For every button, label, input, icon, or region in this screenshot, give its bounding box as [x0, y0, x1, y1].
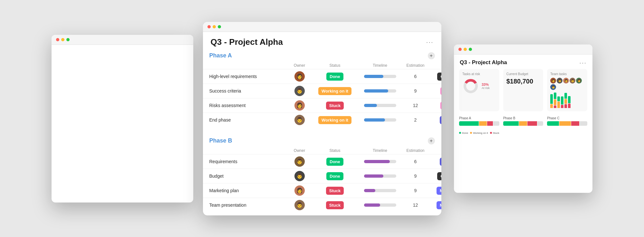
- tasks-at-risk-title: Tasks at risk: [462, 72, 496, 76]
- phase-a-header: Phase A +: [203, 47, 441, 62]
- timeline-fill: [364, 118, 385, 122]
- task-name: High-level requirements: [209, 74, 287, 79]
- main-window-title: Q3 - Project Alpha: [211, 37, 283, 47]
- status-badge: Working on it: [318, 116, 351, 124]
- table-row: Risks assessment 👩 Stuck 12 Low: [203, 98, 441, 113]
- phase-b-bar: Phase B: [503, 116, 543, 126]
- col-estimation: Estimation: [403, 63, 428, 68]
- estimation-val: 6: [403, 159, 428, 164]
- dot-yellow: [213, 25, 216, 28]
- phase-b-table-header: Owner Status Timeline Estimation Priorit…: [203, 147, 441, 154]
- task-name: Budget: [209, 173, 287, 179]
- left-window: Q3 - Project Alpha ··· Phase A High-: [52, 35, 193, 202]
- status-badge: Working on it: [318, 87, 351, 95]
- right-window: Q3 - Project Alpha ··· Tasks at risk 33%…: [454, 44, 592, 193]
- col-timeline-b: Timeline: [358, 148, 403, 153]
- phase-b-add-button[interactable]: +: [428, 137, 435, 144]
- timeline-fill: [364, 189, 375, 192]
- mini-avatar: 👨: [570, 78, 575, 84]
- estimation-val: 9: [403, 88, 428, 94]
- timeline-track: [364, 189, 396, 192]
- avatar: 👨: [294, 86, 305, 96]
- team-tasks-card: Team tasks 👩 👨 👩 👨 👩 👨: [547, 69, 587, 111]
- dot-red: [56, 38, 59, 41]
- status-badge: Done: [326, 73, 343, 81]
- phase-a-title: Phase A: [209, 52, 232, 59]
- phase-b-title: Phase B: [209, 137, 232, 144]
- status-badge: Stuck: [326, 187, 344, 195]
- dot-yellow: [61, 38, 64, 41]
- table-row: Success criteria 👨 Working on it 9 Low: [203, 84, 441, 98]
- dashboard-grid: Tasks at risk 33% At risk Current Budget…: [454, 66, 592, 114]
- priority-badge: Medium: [437, 201, 441, 209]
- timeline-track: [364, 118, 396, 122]
- avatar: 👨: [294, 171, 305, 181]
- avatar: 👩: [294, 100, 305, 111]
- phase-c-bar-label: Phase C: [547, 116, 587, 120]
- table-row: Budget 👨 Done 9 Critical: [203, 169, 441, 183]
- phase-a-add-button[interactable]: +: [428, 52, 435, 59]
- priority-badge: Low: [440, 102, 441, 110]
- budget-title: Current Budget: [506, 72, 540, 76]
- team-tasks-chart: [550, 92, 584, 108]
- priority-badge: Critical: [437, 73, 441, 81]
- dot-green: [469, 48, 472, 51]
- timeline-fill: [364, 104, 377, 107]
- avatars-row: 👩 👨 👩 👨 👩 👨: [550, 78, 584, 90]
- donut-chart: [462, 78, 479, 94]
- phase-a-bar-label: Phase A: [459, 116, 499, 120]
- task-name: Success criteria: [209, 88, 287, 94]
- legend-stuck: Stuck: [493, 132, 499, 134]
- col-estimation-b: Estimation: [403, 148, 428, 153]
- status-badge: Done: [326, 158, 343, 166]
- col-owner: Owner: [287, 63, 312, 68]
- mini-avatar: 👩: [563, 78, 569, 84]
- main-titlebar: [203, 22, 441, 32]
- team-tasks-title: Team tasks: [550, 72, 584, 76]
- avatar: 👩: [294, 185, 305, 196]
- col-timeline: Timeline: [358, 63, 403, 68]
- mini-avatar: 👨: [557, 78, 562, 84]
- timeline-track: [364, 75, 396, 78]
- priority-badge: Low: [440, 87, 441, 95]
- task-name: End phase: [209, 117, 287, 123]
- phase-a-bar: Phase A: [459, 116, 499, 126]
- estimation-val: 12: [403, 202, 428, 208]
- legend-done: Done: [462, 132, 468, 134]
- right-window-title: Q3 - Project Alpha: [460, 59, 507, 66]
- col-status-b: Status: [312, 148, 358, 153]
- table-row: Team presentation 👨 Stuck 12 Medium: [203, 198, 441, 212]
- avatar: 👨: [294, 115, 305, 125]
- col-priority-b: Priority: [428, 148, 441, 153]
- table-row: End phase 👨 Working on it 2 High: [203, 113, 441, 127]
- tasks-at-risk-card: Tasks at risk 33% At risk: [459, 69, 499, 111]
- right-titlebar: [454, 44, 592, 54]
- at-risk-pct: 33%: [482, 83, 490, 86]
- mini-avatar: 👩: [550, 78, 556, 84]
- avatar: 👨: [294, 156, 305, 167]
- task-name: Marketing plan: [209, 188, 287, 193]
- timeline-fill: [364, 75, 383, 78]
- task-name: Team presentation: [209, 202, 287, 208]
- right-more-button[interactable]: ···: [579, 59, 587, 66]
- task-name: Risks assessment: [209, 103, 287, 108]
- estimation-val: 2: [403, 117, 428, 123]
- phase-a-table-header: Owner Status Timeline Estimation Priorit…: [203, 62, 441, 69]
- timeline-track: [364, 174, 396, 178]
- main-more-button[interactable]: ···: [426, 38, 434, 46]
- priority-badge: High: [440, 158, 441, 166]
- task-name: Requirements: [209, 159, 287, 164]
- col-owner-b: Owner: [287, 148, 312, 153]
- status-badge: Stuck: [326, 102, 344, 110]
- dot-green: [66, 38, 70, 41]
- estimation-val: 6: [403, 74, 428, 79]
- phase-c-bar: Phase C: [547, 116, 587, 126]
- table-row: Marketing plan 👩 Stuck 9 Medium: [203, 183, 441, 198]
- timeline-fill: [364, 160, 390, 163]
- col-status: Status: [312, 63, 358, 68]
- dot-yellow: [464, 48, 467, 51]
- estimation-val: 9: [403, 173, 428, 179]
- budget-card: Current Budget $180,700: [503, 69, 543, 111]
- priority-badge: Medium: [437, 187, 441, 195]
- table-row: High-level requirements 👩 Done 6 Critica…: [203, 69, 441, 84]
